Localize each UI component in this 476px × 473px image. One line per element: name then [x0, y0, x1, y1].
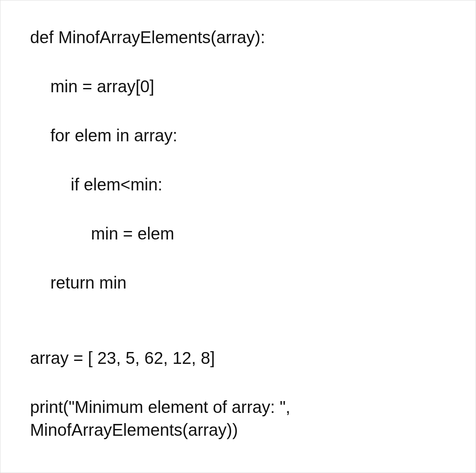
code-block: def MinofArrayElements(array): min = arr… [30, 26, 446, 441]
blank-line [30, 147, 446, 173]
code-line: array = [ 23, 5, 62, 12, 8] [30, 346, 446, 369]
blank-line [30, 196, 446, 222]
blank-line [30, 369, 446, 396]
code-page: def MinofArrayElements(array): min = arr… [0, 0, 476, 473]
blank-line [30, 98, 446, 124]
code-line: print("Minimum element of array: ", Mino… [30, 396, 446, 441]
code-line: return min [30, 271, 446, 294]
code-line: min = array[0] [30, 75, 446, 98]
code-line: min = elem [30, 222, 446, 245]
blank-line [30, 49, 446, 75]
blank-line [30, 320, 446, 346]
code-line: if elem<min: [30, 173, 446, 196]
blank-line [30, 245, 446, 271]
code-line: for elem in array: [30, 124, 446, 147]
blank-line [30, 294, 446, 320]
code-line: def MinofArrayElements(array): [30, 26, 446, 49]
